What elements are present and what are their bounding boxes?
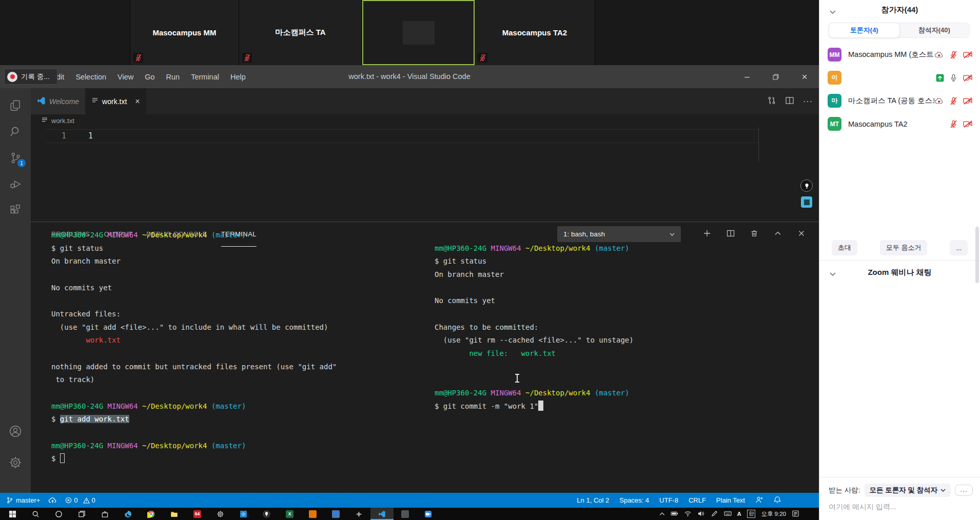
video-off-icon[interactable] xyxy=(963,120,973,128)
blue-overlay-icon[interactable] xyxy=(801,196,812,208)
ime-korean-indicator[interactable]: 한 xyxy=(747,510,756,518)
chat-recipient-dropdown[interactable]: 모든 토론자 및 참석자 xyxy=(865,484,951,497)
split-editor-icon[interactable] xyxy=(785,96,794,107)
mic-on-icon[interactable] xyxy=(950,74,957,82)
close-panel-icon[interactable] xyxy=(797,229,806,239)
close-button[interactable]: × xyxy=(790,65,819,88)
video-tile-마소캠퍼스-ta[interactable]: 마소캠퍼스 TA xyxy=(239,0,362,65)
tray-expand-icon[interactable] xyxy=(659,511,665,517)
touch-keyboard-icon[interactable] xyxy=(724,510,732,518)
collapse-chevron-icon[interactable] xyxy=(830,7,836,16)
taskbar-settings-icon[interactable] xyxy=(209,508,232,520)
taskbar-app-dark-icon[interactable] xyxy=(394,508,417,520)
tab-work-txt[interactable]: work.txt × xyxy=(85,88,146,114)
problems-indicator[interactable]: 0 0 xyxy=(65,496,95,504)
ime-latin-indicator[interactable]: A xyxy=(737,511,741,517)
action-center-icon[interactable] xyxy=(792,510,799,518)
maximize-panel-icon[interactable] xyxy=(774,229,782,239)
account-icon[interactable] xyxy=(3,418,28,444)
taskbar-maps-icon[interactable] xyxy=(255,508,278,520)
taskbar-app-blue-icon[interactable] xyxy=(324,508,347,520)
menu-view[interactable]: View xyxy=(112,73,139,81)
taskbar-app-gray-icon[interactable] xyxy=(347,508,370,520)
taskbar-file-explorer-icon[interactable] xyxy=(163,508,186,520)
run-debug-icon[interactable] xyxy=(3,171,28,197)
search-icon[interactable] xyxy=(3,118,28,145)
chat-input[interactable]: 여기에 메시지 입력... xyxy=(829,503,973,512)
video-tile[interactable] xyxy=(595,0,819,65)
video-off-icon[interactable] xyxy=(963,51,973,58)
extensions-icon[interactable] xyxy=(3,197,28,223)
taskbar-cortana-icon[interactable] xyxy=(47,508,70,520)
source-control-icon[interactable]: 1 xyxy=(3,145,28,171)
taskbar-excel-icon[interactable]: X xyxy=(278,508,301,520)
battery-icon[interactable] xyxy=(671,510,678,518)
wifi-icon[interactable] xyxy=(684,510,692,518)
branch-indicator[interactable]: master+ xyxy=(6,496,40,504)
taskbar-search-icon[interactable] xyxy=(24,508,47,520)
tab-참석자-40[interactable]: 참석자(40) xyxy=(899,23,970,37)
terminal-right[interactable]: mm@HP360-24G MINGW64 ~/Desktop/work4 (ma… xyxy=(435,229,634,413)
kill-terminal-icon[interactable] xyxy=(750,229,758,239)
restore-button[interactable] xyxy=(761,65,790,88)
menu-go[interactable]: Go xyxy=(139,73,160,81)
settings-gear-icon[interactable] xyxy=(3,449,28,475)
status-ln-1-col-2[interactable]: Ln 1, Col 2 xyxy=(577,496,609,504)
taskbar-zoom-chat-icon[interactable] xyxy=(417,508,440,520)
taskbar-store-icon[interactable] xyxy=(93,508,116,520)
status-plain-text[interactable]: Plain Text xyxy=(716,496,745,504)
menu-run[interactable]: Run xyxy=(161,73,186,81)
taskbar-app-orange-icon[interactable] xyxy=(301,508,324,520)
split-terminal-icon[interactable] xyxy=(727,229,735,239)
participant-row[interactable]: 이 xyxy=(819,66,980,89)
mic-muted-icon[interactable] xyxy=(950,51,957,59)
collapse-chevron-icon[interactable] xyxy=(830,269,836,278)
close-icon[interactable]: × xyxy=(135,97,140,106)
breadcrumb[interactable]: work.txt xyxy=(31,114,819,127)
status-crlf[interactable]: CRLF xyxy=(689,496,706,504)
video-tile-masocampus-mm[interactable]: Masocampus MM xyxy=(130,0,239,65)
feedback-icon[interactable] xyxy=(755,496,763,505)
publish-changes-button[interactable] xyxy=(48,497,57,504)
editor[interactable]: 1 1 xyxy=(31,127,819,222)
notifications-bell-icon[interactable] xyxy=(774,496,781,505)
scrollbar-thumb[interactable] xyxy=(975,227,979,283)
taskbar-task-view-icon[interactable] xyxy=(70,508,93,520)
status-utf-8[interactable]: UTF-8 xyxy=(659,496,678,504)
tab-토론자-4[interactable]: 토론자(4) xyxy=(829,23,900,38)
menu-help[interactable]: Help xyxy=(225,73,251,81)
participant-row[interactable]: 마 마소캠퍼스 TA (공동 호스트) xyxy=(819,89,980,112)
video-tile[interactable] xyxy=(0,0,130,65)
taskbar-start-icon[interactable] xyxy=(1,508,24,520)
clock[interactable]: 오후 9:20 xyxy=(761,510,786,518)
tab-welcome[interactable]: Welcome xyxy=(31,88,85,114)
video-off-icon[interactable] xyxy=(963,97,973,105)
pen-icon[interactable] xyxy=(711,510,718,518)
video-tile-masocampus-ta2[interactable]: Masocampus TA2 xyxy=(475,0,595,65)
open-changes-icon[interactable] xyxy=(767,96,776,107)
participant-row[interactable]: MM Masocampus MM (호스트, 나) xyxy=(819,43,980,66)
volume-icon[interactable] xyxy=(697,510,705,518)
video-off-icon[interactable] xyxy=(963,74,973,82)
terminal-left[interactable]: mm@HP360-24G MINGW64 ~/Desktop/work4 (ma… xyxy=(51,229,337,466)
menu-selection[interactable]: Selection xyxy=(70,73,112,81)
mic-muted-icon[interactable] xyxy=(950,120,957,128)
lightbulb-overlay-icon[interactable] xyxy=(800,179,813,192)
taskbar-vscode-icon[interactable] xyxy=(370,508,394,520)
action-초대-button[interactable]: 초대 xyxy=(832,240,857,255)
mic-muted-icon[interactable] xyxy=(950,97,957,105)
more-actions-icon[interactable]: ··· xyxy=(803,97,813,106)
menu-terminal[interactable]: Terminal xyxy=(185,73,225,81)
action-모두-음소거-button[interactable]: 모두 음소거 xyxy=(880,240,928,255)
taskbar-app-64-icon[interactable]: 64 xyxy=(186,508,209,520)
new-terminal-icon[interactable] xyxy=(703,229,711,239)
taskbar-chrome-icon[interactable] xyxy=(140,508,163,520)
status-spaces-4[interactable]: Spaces: 4 xyxy=(619,496,649,504)
video-tile[interactable] xyxy=(362,0,475,65)
explorer-icon[interactable] xyxy=(3,92,28,118)
taskbar-edge-icon[interactable] xyxy=(116,508,140,520)
taskbar-photos-icon[interactable] xyxy=(232,508,255,520)
participant-row[interactable]: MT Masocampus TA2 xyxy=(819,112,980,135)
minimize-button[interactable]: – xyxy=(733,65,761,88)
action-item-button[interactable]: ... xyxy=(950,240,968,255)
